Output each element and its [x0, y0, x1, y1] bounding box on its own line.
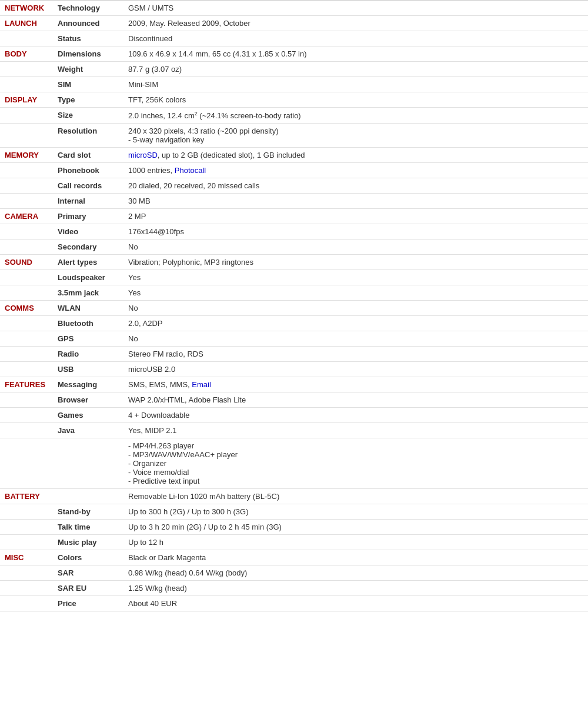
section-label: [0, 285, 53, 301]
table-row: MEMORYCard slotmicroSD, up to 2 GB (dedi…: [0, 148, 588, 163]
table-row: Internal30 MB: [0, 194, 588, 209]
field-label: Radio: [53, 347, 123, 362]
table-row: COMMSWLANNo: [0, 301, 588, 316]
section-label: SOUND: [0, 255, 53, 270]
section-label: FEATURES: [0, 377, 53, 392]
field-value: 2009, May. Released 2009, October: [123, 16, 588, 31]
microsd-link[interactable]: microSD: [128, 151, 158, 159]
field-value: GSM / UMTS: [123, 1, 588, 16]
table-row: Phonebook1000 entries, Photocall: [0, 163, 588, 178]
section-label: DISPLAY: [0, 92, 53, 108]
field-label: Phonebook: [53, 163, 123, 178]
section-label: [0, 270, 53, 285]
email-link[interactable]: Email: [192, 380, 211, 389]
field-value: SMS, EMS, MMS, Email: [123, 377, 588, 392]
field-label: SIM: [53, 77, 123, 92]
field-label: Music play: [53, 535, 123, 550]
section-label: BODY: [0, 46, 53, 62]
table-row: BATTERYRemovable Li-Ion 1020 mAh battery…: [0, 489, 588, 504]
field-value: Up to 12 h: [123, 535, 588, 550]
field-value: microUSB 2.0: [123, 362, 588, 377]
field-label: Price: [53, 596, 123, 611]
field-label: Dimensions: [53, 46, 123, 62]
section-label: BATTERY: [0, 489, 53, 504]
field-value: Black or Dark Magenta: [123, 550, 588, 565]
field-value: 240 x 320 pixels, 4:3 ratio (~200 ppi de…: [123, 124, 588, 148]
table-row: NETWORKTechnologyGSM / UMTS: [0, 1, 588, 16]
field-value: Yes: [123, 285, 588, 301]
section-label: [0, 520, 53, 535]
table-row: SIMMini-SIM: [0, 77, 588, 92]
field-value: 4 + Downloadable: [123, 408, 588, 423]
field-value: Discontinued: [123, 31, 588, 46]
field-value: Yes, MIDP 2.1: [123, 423, 588, 438]
field-label: SAR EU: [53, 581, 123, 596]
section-label: [0, 535, 53, 550]
field-value: TFT, 256K colors: [123, 92, 588, 108]
table-row: FEATURESMessagingSMS, EMS, MMS, Email: [0, 377, 588, 392]
field-value: No: [123, 331, 588, 347]
section-label: [0, 581, 53, 596]
section-label: MEMORY: [0, 148, 53, 163]
field-value: 109.6 x 46.9 x 14.4 mm, 65 cc (4.31 x 1.…: [123, 46, 588, 62]
section-label: [0, 438, 53, 489]
table-row: Size2.0 inches, 12.4 cm2 (~24.1% screen-…: [0, 108, 588, 124]
table-row: SAR EU1.25 W/kg (head): [0, 581, 588, 596]
table-row: Bluetooth2.0, A2DP: [0, 316, 588, 331]
field-label: USB: [53, 362, 123, 377]
field-label: Technology: [53, 1, 123, 16]
table-row: SOUNDAlert typesVibration; Polyphonic, M…: [0, 255, 588, 270]
field-label: Internal: [53, 194, 123, 209]
field-label: [53, 438, 123, 489]
field-label: Talk time: [53, 520, 123, 535]
field-label: Stand-by: [53, 504, 123, 520]
field-value: - MP4/H.263 player- MP3/WAV/WMV/eAAC+ pl…: [123, 438, 588, 489]
table-row: StatusDiscontinued: [0, 31, 588, 46]
field-label: 3.5mm jack: [53, 285, 123, 301]
field-label: Type: [53, 92, 123, 108]
field-value: Yes: [123, 270, 588, 285]
field-label: Secondary: [53, 239, 123, 255]
field-value: 87.7 g (3.07 oz): [123, 62, 588, 77]
section-label: [0, 596, 53, 611]
field-label: Alert types: [53, 255, 123, 270]
field-label: Bluetooth: [53, 316, 123, 331]
field-label: Status: [53, 31, 123, 46]
section-label: [0, 316, 53, 331]
field-value: Vibration; Polyphonic, MP3 ringtones: [123, 255, 588, 270]
field-label: Size: [53, 108, 123, 124]
section-label: [0, 194, 53, 209]
field-label: Video: [53, 224, 123, 239]
table-row: SAR0.98 W/kg (head) 0.64 W/kg (body): [0, 565, 588, 581]
section-label: COMMS: [0, 301, 53, 316]
section-label: LAUNCH: [0, 16, 53, 31]
field-label: Messaging: [53, 377, 123, 392]
field-value: About 40 EUR: [123, 596, 588, 611]
table-row: MISCColorsBlack or Dark Magenta: [0, 550, 588, 565]
table-row: SecondaryNo: [0, 239, 588, 255]
table-row: - MP4/H.263 player- MP3/WAV/WMV/eAAC+ pl…: [0, 438, 588, 489]
table-row: Weight87.7 g (3.07 oz): [0, 62, 588, 77]
table-row: LAUNCHAnnounced2009, May. Released 2009,…: [0, 16, 588, 31]
photocall-link[interactable]: Photocall: [175, 166, 206, 175]
field-label: Call records: [53, 178, 123, 194]
field-label: Games: [53, 408, 123, 423]
field-label: Primary: [53, 209, 123, 224]
table-row: RadioStereo FM radio, RDS: [0, 347, 588, 362]
field-value: Up to 300 h (2G) / Up to 300 h (3G): [123, 504, 588, 520]
field-value: microSD, up to 2 GB (dedicated slot), 1 …: [123, 148, 588, 163]
field-value: Removable Li-Ion 1020 mAh battery (BL-5C…: [123, 489, 588, 504]
table-row: Talk timeUp to 3 h 20 min (2G) / Up to 2…: [0, 520, 588, 535]
field-value: Up to 3 h 20 min (2G) / Up to 2 h 45 min…: [123, 520, 588, 535]
field-label: Java: [53, 423, 123, 438]
field-value: 176x144@10fps: [123, 224, 588, 239]
section-label: [0, 31, 53, 46]
field-value: 2 MP: [123, 209, 588, 224]
table-row: BrowserWAP 2.0/xHTML, Adobe Flash Lite: [0, 392, 588, 408]
field-value: 2.0 inches, 12.4 cm2 (~24.1% screen-to-b…: [123, 108, 588, 124]
section-label: [0, 408, 53, 423]
section-label: [0, 178, 53, 194]
table-row: Video176x144@10fps: [0, 224, 588, 239]
field-value: 20 dialed, 20 received, 20 missed calls: [123, 178, 588, 194]
field-label: Weight: [53, 62, 123, 77]
